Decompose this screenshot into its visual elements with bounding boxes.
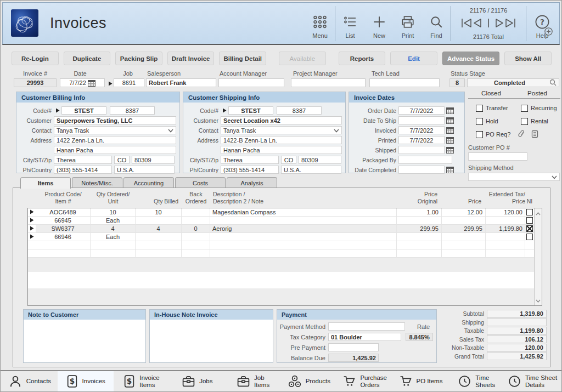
- row-goto-arrow-icon[interactable]: [30, 234, 34, 240]
- action-button[interactable]: Duplicate: [64, 52, 111, 65]
- item-extended-price-cell[interactable]: [486, 249, 525, 258]
- item-extended-price-cell[interactable]: [486, 241, 525, 249]
- invoice-number-field[interactable]: 29993: [14, 78, 57, 87]
- flag-checkbox-item[interactable]: PO Req?: [476, 129, 521, 139]
- bottom-nav-item[interactable]: Time Sheet Details: [504, 371, 560, 391]
- item-row[interactable]: [28, 241, 534, 249]
- balance-due-field[interactable]: 1,425.92: [328, 354, 379, 362]
- calendar-icon[interactable]: [446, 107, 454, 114]
- row-goto-arrow-icon[interactable]: [30, 217, 34, 224]
- status-stage-name-field[interactable]: Completed: [467, 78, 559, 87]
- item-price-original-cell[interactable]: [397, 241, 442, 249]
- item-billed-cell[interactable]: [136, 233, 182, 241]
- calendar-icon[interactable]: [446, 127, 454, 134]
- scroll-down-icon[interactable]: [536, 297, 541, 304]
- item-code-cell[interactable]: 66946: [36, 233, 91, 241]
- item-row[interactable]: 66946 Each: [28, 233, 534, 241]
- toolbar-button[interactable]: Menu: [305, 6, 335, 41]
- tech-lead-field[interactable]: [369, 78, 440, 87]
- item-price-cell[interactable]: [442, 217, 486, 225]
- item-description-cell[interactable]: Magesdanian Compass: [210, 208, 397, 217]
- payment-method-field[interactable]: [328, 322, 405, 331]
- non-taxable-checkbox[interactable]: [526, 217, 533, 224]
- items-scrollbar[interactable]: [534, 208, 542, 305]
- action-button[interactable]: Reports: [339, 52, 386, 65]
- shipping-address1-field[interactable]: 1422-B Zenn-La Ln.: [221, 136, 342, 144]
- item-qty-cell[interactable]: 4: [91, 225, 136, 233]
- tab[interactable]: Costs: [175, 177, 226, 188]
- job-goto-arrow-icon[interactable]: [108, 81, 113, 87]
- checkbox[interactable]: [476, 105, 483, 112]
- item-qty-cell[interactable]: [91, 249, 136, 258]
- row-goto-arrow-icon[interactable]: [30, 225, 34, 232]
- item-price-cell[interactable]: [442, 233, 486, 241]
- item-billed-cell[interactable]: [136, 241, 182, 249]
- action-button[interactable]: Draft Invoice: [167, 52, 215, 65]
- item-backordered-cell[interactable]: [182, 208, 210, 217]
- job-field[interactable]: 8691: [114, 78, 144, 87]
- item-price-original-cell[interactable]: 299.95: [397, 225, 442, 233]
- non-taxable-checkbox[interactable]: [526, 234, 533, 240]
- item-code-cell[interactable]: [36, 249, 91, 258]
- item-extended-price-cell[interactable]: 120.00: [486, 208, 525, 217]
- item-billed-cell[interactable]: [136, 217, 182, 225]
- bottom-nav-item[interactable]: Products: [281, 371, 337, 391]
- billing-contact-dropdown[interactable]: Tanya Trask: [54, 126, 176, 134]
- action-button[interactable]: Billing Detail: [219, 52, 266, 65]
- item-row[interactable]: [28, 249, 534, 258]
- project-manager-field[interactable]: [291, 78, 366, 87]
- item-billed-cell[interactable]: [136, 249, 182, 258]
- item-extended-price-cell[interactable]: [486, 233, 525, 241]
- item-backordered-cell[interactable]: [182, 249, 210, 258]
- shipping-code-arrow-icon[interactable]: [222, 107, 227, 114]
- item-description-cell[interactable]: Aerorig: [210, 225, 397, 233]
- checkbox[interactable]: [476, 118, 483, 125]
- item-code-cell[interactable]: SW6377: [36, 225, 91, 233]
- item-row[interactable]: AOC6489 10 10 Magesdanian Compass 1.00 1…: [28, 208, 534, 217]
- toolbar-button[interactable]: Find: [422, 6, 451, 41]
- tab[interactable]: Notes/Misc.: [72, 177, 122, 188]
- item-qty-cell[interactable]: [91, 241, 136, 249]
- checkbox[interactable]: [521, 118, 528, 125]
- bottom-nav-item[interactable]: PO Items: [393, 371, 449, 391]
- billing-code-arrow-icon[interactable]: [55, 107, 60, 114]
- date-row-field[interactable]: 7/7/2022: [398, 136, 445, 144]
- item-description-cell[interactable]: [210, 217, 397, 225]
- billing-zip-field[interactable]: 80309: [132, 156, 175, 164]
- item-qty-cell[interactable]: 10: [91, 208, 136, 217]
- date-row-field[interactable]: [398, 146, 445, 154]
- item-backordered-cell[interactable]: 0: [182, 225, 210, 233]
- account-manager-field[interactable]: [218, 78, 284, 87]
- item-backordered-cell[interactable]: [182, 233, 210, 241]
- add-circle-icon[interactable]: [544, 27, 553, 37]
- item-billed-cell[interactable]: 10: [136, 208, 182, 217]
- calendar-icon[interactable]: [446, 166, 454, 173]
- item-description-cell[interactable]: [210, 233, 397, 241]
- date-row-field[interactable]: 7/7/2022: [398, 106, 445, 115]
- shipping-zip-field[interactable]: 80309: [299, 156, 341, 164]
- bottom-nav-item[interactable]: Time Sheets: [448, 371, 504, 391]
- tab[interactable]: Accounting: [123, 177, 174, 188]
- item-price-cell[interactable]: [442, 241, 486, 249]
- billing-address2-field[interactable]: Hanan Pacha: [54, 146, 176, 154]
- item-row[interactable]: SW6377 4 4 0 Aerorig 299.95 299.95 1,199…: [28, 225, 534, 233]
- item-billed-cell[interactable]: 4: [136, 225, 182, 233]
- billing-customer-field[interactable]: Superpowers Testing, LLC: [54, 116, 176, 124]
- shipping-phone-field[interactable]: (303) 555-1414: [221, 166, 279, 174]
- shipping-code-field[interactable]: STEST: [228, 106, 273, 115]
- tax-category-field[interactable]: 01 Boulder: [328, 333, 401, 341]
- calendar-icon[interactable]: [88, 79, 95, 87]
- bottom-nav-item[interactable]: Jobs: [169, 371, 225, 391]
- bottom-nav-item[interactable]: $ Invoices: [58, 371, 114, 391]
- billing-country-field[interactable]: U.S.A.: [114, 166, 175, 174]
- shipping-state-field[interactable]: CO: [281, 156, 296, 164]
- item-price-original-cell[interactable]: 1.00: [397, 208, 442, 217]
- item-row[interactable]: 66945 Each: [28, 217, 534, 225]
- shipping-address2-field[interactable]: Hanan Pacha: [221, 146, 342, 154]
- item-backordered-cell[interactable]: [182, 241, 210, 249]
- document-icon[interactable]: [531, 130, 538, 139]
- shipping-country-field[interactable]: U.S.A.: [281, 166, 341, 174]
- paperclip-icon[interactable]: [518, 129, 526, 139]
- action-button[interactable]: Packing Slip: [115, 52, 162, 65]
- toolbar-button[interactable]: Print: [394, 6, 422, 41]
